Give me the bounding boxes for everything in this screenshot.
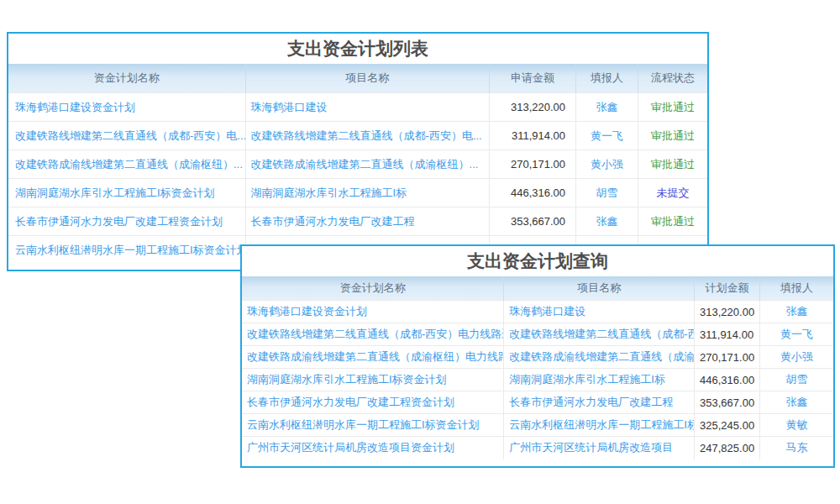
plan-amount-cell: 270,171.00 (695, 346, 760, 369)
fund-plan-name-cell: 改建铁路线增建第二线直通线（成都-西安）电... (8, 122, 245, 150)
project-name-link[interactable]: 长春市伊通河水力发电厂改建工程 (509, 396, 673, 408)
fund-plan-name-link[interactable]: 改建铁路成渝线增建第二直通线（成渝枢纽）... (15, 158, 243, 171)
request-amount-cell: 313,220.00 (489, 93, 575, 122)
plan-amount-cell: 446,316.00 (695, 369, 760, 391)
reporter-cell: 黄小强 (760, 346, 833, 369)
fund-plan-name-cell: 云南水利枢纽潜明水库一期工程施工I标资金计划 (242, 414, 504, 437)
project-name-link[interactable]: 改建铁路线增建第二线直通线（成都-西安 (509, 328, 694, 340)
column-header: 计划金额 (695, 276, 760, 301)
project-name-link[interactable]: 云南水利枢纽潜明水库一期工程施工I标 (509, 418, 694, 431)
column-header: 项目名称 (245, 64, 489, 93)
table-row: 改建铁路线增建第二线直通线（成都-西安）电...改建铁路线增建第二线直通线（成都… (8, 122, 707, 150)
reporter-link[interactable]: 黄小强 (591, 158, 623, 171)
expense-plan-list-table: 资金计划名称项目名称申请金额填报人流程状态 珠海鹤港口建设资金计划珠海鹤港口建设… (8, 64, 707, 265)
table-row: 湖南洞庭湖水库引水工程施工I标资金计划湖南洞庭湖水库引水工程施工I标446,31… (8, 179, 707, 207)
reporter-link[interactable]: 黄一飞 (591, 129, 623, 142)
fund-plan-name-link[interactable]: 广州市天河区统计局机房改造项目资金计划 (247, 441, 454, 454)
plan-amount-cell: 247,825.00 (695, 437, 760, 459)
reporter-link[interactable]: 张鑫 (786, 396, 808, 408)
plan-amount-cell: 325,245.00 (695, 414, 760, 437)
reporter-link[interactable]: 黄小强 (780, 350, 813, 363)
table-header: 资金计划名称项目名称计划金额填报人 (242, 276, 833, 301)
request-amount-cell: 353,667.00 (489, 207, 575, 236)
project-name-link[interactable]: 长春市伊通河水力发电厂改建工程 (251, 215, 415, 228)
status-badge: 审批通过 (651, 215, 695, 228)
fund-plan-name-link[interactable]: 珠海鹤港口建设资金计划 (15, 101, 135, 113)
column-header: 填报人 (760, 276, 833, 301)
fund-plan-name-link[interactable]: 改建铁路线增建第二线直通线（成都-西安）电... (15, 129, 245, 142)
reporter-link[interactable]: 张鑫 (596, 101, 618, 113)
project-name-link[interactable]: 湖南洞庭湖水库引水工程施工I标 (251, 186, 407, 199)
table-row: 改建铁路线增建第二线直通线（成都-西安）电力线路迁改建铁路线增建第二线直通线（成… (242, 323, 833, 346)
project-name-cell: 云南水利枢纽潜明水库一期工程施工I标 (504, 414, 695, 437)
fund-plan-name-link[interactable]: 长春市伊通河水力发电厂改建工程资金计划 (15, 215, 223, 228)
column-header: 申请金额 (489, 64, 575, 93)
column-header: 填报人 (576, 64, 638, 93)
request-amount-cell: 311,914.00 (489, 122, 575, 150)
fund-plan-name-link[interactable]: 云南水利枢纽潜明水库一期工程施工I标资金计划 (247, 418, 480, 431)
reporter-link[interactable]: 张鑫 (596, 215, 618, 228)
reporter-cell: 张鑫 (576, 207, 638, 236)
project-name-cell: 改建铁路线增建第二线直通线（成都-西安）电... (245, 122, 489, 150)
status-badge: 审批通过 (651, 129, 695, 142)
fund-plan-name-link[interactable]: 改建铁路成渝线增建第二直通线（成渝枢纽）电力线路迁 (247, 350, 504, 363)
fund-plan-name-cell: 湖南洞庭湖水库引水工程施工I标资金计划 (8, 179, 245, 207)
reporter-cell: 胡雪 (760, 369, 833, 391)
process-status-cell: 审批通过 (638, 207, 707, 236)
table-row: 珠海鹤港口建设资金计划珠海鹤港口建设313,220.00张鑫审批通过 (8, 93, 707, 122)
fund-plan-name-link[interactable]: 改建铁路线增建第二线直通线（成都-西安）电力线路迁 (247, 328, 504, 340)
project-name-link[interactable]: 改建铁路成渝线增建第二直通线（成渝枢纽）... (251, 158, 479, 171)
status-badge: 未提交 (657, 186, 690, 199)
fund-plan-name-link[interactable]: 湖南洞庭湖水库引水工程施工I标资金计划 (15, 186, 215, 199)
project-name-cell: 珠海鹤港口建设 (245, 93, 489, 122)
project-name-cell: 长春市伊通河水力发电厂改建工程 (504, 391, 695, 414)
process-status-cell: 未提交 (638, 179, 707, 207)
table-row: 广州市天河区统计局机房改造项目资金计划广州市天河区统计局机房改造项目247,82… (242, 437, 833, 459)
fund-plan-name-cell: 珠海鹤港口建设资金计划 (8, 93, 245, 122)
project-name-link[interactable]: 珠海鹤港口建设 (509, 305, 585, 318)
fund-plan-name-cell: 云南水利枢纽潜明水库一期工程施工I标资金计划 (8, 236, 245, 265)
project-name-link[interactable]: 广州市天河区统计局机房改造项目 (509, 441, 673, 454)
expense-plan-list-panel: 支出资金计划列表 资金计划名称项目名称申请金额填报人流程状态 珠海鹤港口建设资金… (7, 32, 709, 271)
project-name-cell: 改建铁路成渝线增建第二直通线（成渝枢纽）... (245, 150, 489, 179)
reporter-link[interactable]: 胡雪 (596, 186, 618, 199)
project-name-link[interactable]: 改建铁路成渝线增建第二直通线（成渝枢 (509, 350, 694, 363)
expense-plan-query-panel: 支出资金计划查询 资金计划名称项目名称计划金额填报人 珠海鹤港口建设资金计划珠海… (240, 244, 835, 468)
fund-plan-name-cell: 珠海鹤港口建设资金计划 (242, 301, 504, 323)
fund-plan-name-link[interactable]: 长春市伊通河水力发电厂改建工程资金计划 (247, 396, 454, 408)
column-header: 项目名称 (504, 276, 695, 301)
project-name-link[interactable]: 珠海鹤港口建设 (251, 101, 328, 113)
reporter-link[interactable]: 张鑫 (786, 305, 808, 318)
reporter-cell: 张鑫 (760, 391, 833, 414)
fund-plan-name-link[interactable]: 珠海鹤港口建设资金计划 (247, 305, 367, 318)
project-name-link[interactable]: 改建铁路线增建第二线直通线（成都-西安）电... (251, 129, 482, 142)
reporter-link[interactable]: 胡雪 (786, 373, 808, 386)
table-row: 改建铁路成渝线增建第二直通线（成渝枢纽）电力线路迁改建铁路成渝线增建第二直通线（… (242, 346, 833, 369)
table-row: 云南水利枢纽潜明水库一期工程施工I标资金计划云南水利枢纽潜明水库一期工程施工I标… (242, 414, 833, 437)
project-name-cell: 湖南洞庭湖水库引水工程施工I标 (245, 179, 489, 207)
page-title: 支出资金计划查询 (242, 246, 833, 276)
project-name-cell: 珠海鹤港口建设 (504, 301, 695, 323)
plan-amount-cell: 313,220.00 (695, 301, 760, 323)
reporter-link[interactable]: 马东 (786, 441, 808, 454)
fund-plan-name-cell: 改建铁路成渝线增建第二直通线（成渝枢纽）电力线路迁 (242, 346, 504, 369)
reporter-link[interactable]: 黄敏 (786, 418, 808, 431)
fund-plan-name-cell: 长春市伊通河水力发电厂改建工程资金计划 (242, 391, 504, 414)
reporter-cell: 黄一飞 (576, 122, 638, 150)
plan-amount-cell: 311,914.00 (695, 323, 760, 346)
project-name-cell: 长春市伊通河水力发电厂改建工程 (245, 207, 489, 236)
status-badge: 审批通过 (651, 101, 695, 113)
reporter-cell: 张鑫 (576, 93, 638, 122)
request-amount-cell: 446,316.00 (489, 179, 575, 207)
table-row: 长春市伊通河水力发电厂改建工程资金计划长春市伊通河水力发电厂改建工程353,66… (242, 391, 833, 414)
column-header: 资金计划名称 (242, 276, 504, 301)
reporter-cell: 黄敏 (760, 414, 833, 437)
plan-amount-cell: 353,667.00 (695, 391, 760, 414)
reporter-link[interactable]: 黄一飞 (780, 328, 813, 340)
fund-plan-name-link[interactable]: 云南水利枢纽潜明水库一期工程施工I标资金计划 (15, 244, 245, 256)
project-name-link[interactable]: 湖南洞庭湖水库引水工程施工I标 (509, 373, 665, 386)
table-row: 珠海鹤港口建设资金计划珠海鹤港口建设313,220.00张鑫 (242, 301, 833, 323)
fund-plan-name-cell: 长春市伊通河水力发电厂改建工程资金计划 (8, 207, 245, 236)
fund-plan-name-link[interactable]: 湖南洞庭湖水库引水工程施工I标资金计划 (247, 373, 447, 386)
table-row: 长春市伊通河水力发电厂改建工程资金计划长春市伊通河水力发电厂改建工程353,66… (8, 207, 707, 236)
